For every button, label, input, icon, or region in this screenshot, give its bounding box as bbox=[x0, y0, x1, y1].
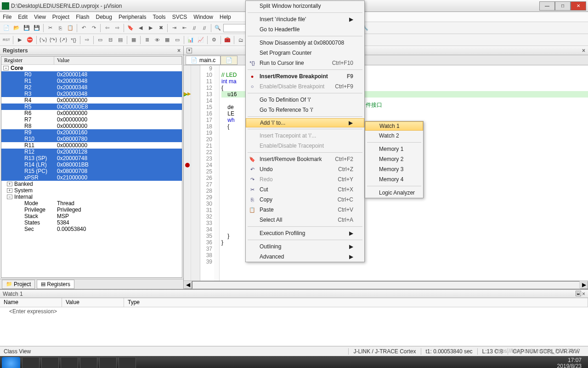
menu-help[interactable]: Help bbox=[220, 14, 231, 20]
breakpoint-gutter[interactable]: ▶▶▶ bbox=[184, 65, 191, 281]
menu-peripherals[interactable]: Peripherals bbox=[119, 14, 147, 20]
bookmark-clear-icon[interactable]: ✖ bbox=[156, 23, 165, 33]
menu-item[interactable]: Outlining▶ bbox=[246, 242, 364, 252]
disasm-window-icon[interactable]: ⊟ bbox=[106, 35, 115, 45]
menu-project[interactable]: Project bbox=[52, 14, 69, 20]
register-row[interactable]: R70x00000000 bbox=[1, 116, 182, 123]
menu-item[interactable]: Set Program Counter bbox=[246, 48, 364, 58]
start-button[interactable] bbox=[2, 357, 20, 368]
register-row[interactable]: R14 (LR)0x080001BB bbox=[1, 161, 182, 168]
maximize-button[interactable]: □ bbox=[555, 1, 571, 11]
tree-expand-icon[interactable]: + bbox=[7, 182, 12, 186]
menu-item[interactable]: Memory 4 bbox=[365, 174, 423, 184]
register-row[interactable]: R100x08000780 bbox=[1, 136, 182, 142]
menu-item[interactable]: Execution Profiling▶ bbox=[246, 228, 364, 238]
menu-item[interactable]: Go To Reference To 'i' bbox=[246, 105, 364, 115]
taskbar-chrome2-icon[interactable] bbox=[61, 357, 78, 368]
menu-item[interactable]: Go to Headerfile bbox=[246, 24, 364, 34]
watch-enter-expression[interactable]: <Enter expression> bbox=[0, 307, 588, 316]
nav-fwd-icon[interactable]: ⇨ bbox=[113, 23, 122, 33]
project-tab[interactable]: 📁 Project bbox=[2, 280, 35, 289]
step-in-icon[interactable]: {↘} bbox=[39, 35, 48, 45]
callstack-window-icon[interactable]: ≣ bbox=[142, 35, 152, 45]
register-row[interactable]: xPSR0x21000000 bbox=[1, 174, 182, 181]
menu-item[interactable]: *{}Run to Cursor lineCtrl+F10 bbox=[246, 58, 364, 68]
comment-icon[interactable]: // bbox=[190, 23, 199, 33]
file-tab-mainc[interactable]: 📄 main.c bbox=[186, 56, 220, 65]
taskbar-chrome-icon[interactable] bbox=[41, 357, 59, 368]
paste-icon[interactable]: 📋 bbox=[66, 23, 75, 33]
step-out-icon[interactable]: {↗} bbox=[59, 35, 68, 45]
halt-icon[interactable]: ⛔ bbox=[25, 35, 34, 45]
save-icon[interactable]: 💾 bbox=[22, 23, 31, 33]
outdent-icon[interactable]: ⇤ bbox=[180, 23, 189, 33]
menu-item[interactable]: Advanced▶ bbox=[246, 252, 364, 262]
bookmark-next-icon[interactable]: ▶ bbox=[146, 23, 155, 33]
minimize-button[interactable]: — bbox=[539, 1, 555, 11]
file-tab-other[interactable]: 📄 bbox=[220, 56, 237, 65]
register-row[interactable]: R30x20000348 bbox=[1, 91, 182, 97]
panel-pin-icon[interactable]: ⬓ bbox=[576, 291, 581, 296]
register-row[interactable]: R40x00000000 bbox=[1, 97, 182, 104]
menu-item[interactable]: 📋PasteCtrl+V bbox=[246, 205, 364, 215]
menu-item[interactable]: ⎘CopyCtrl+C bbox=[246, 195, 364, 205]
breakpoint-icon[interactable] bbox=[185, 163, 190, 167]
menu-window[interactable]: Window bbox=[193, 14, 213, 20]
register-row[interactable]: R20x20000348 bbox=[1, 84, 182, 91]
menu-file[interactable]: File bbox=[3, 14, 11, 20]
register-row[interactable]: R13 (SP)0x20000748 bbox=[1, 155, 182, 161]
register-row[interactable]: R15 (PC)0x08000708 bbox=[1, 168, 182, 174]
register-row[interactable]: R10x20000348 bbox=[1, 78, 182, 84]
update-windows-icon[interactable]: 🗂 bbox=[236, 35, 245, 45]
register-row[interactable]: R90x20000160 bbox=[1, 129, 182, 136]
taskbar-ie-icon[interactable] bbox=[22, 357, 40, 368]
trace-window-icon[interactable]: 📈 bbox=[196, 35, 205, 45]
save-all-icon[interactable]: 💾 bbox=[32, 23, 41, 33]
menu-item[interactable]: Watch 1 bbox=[365, 121, 423, 131]
menu-item[interactable]: ✂CutCtrl+X bbox=[246, 184, 364, 195]
run-icon[interactable]: ▶ bbox=[15, 35, 24, 45]
tree-collapse-icon[interactable]: − bbox=[7, 195, 12, 199]
taskbar-explorer-icon[interactable] bbox=[80, 357, 97, 368]
menu-flash[interactable]: Flash bbox=[76, 14, 89, 20]
close-button[interactable]: ✕ bbox=[571, 1, 586, 11]
nav-back-icon[interactable]: ⇦ bbox=[102, 23, 112, 33]
system-tray[interactable]: 17:07 2019/8/23 bbox=[557, 357, 586, 368]
step-over-icon[interactable]: {↷} bbox=[49, 35, 58, 45]
bookmark-prev-icon[interactable]: ◀ bbox=[136, 23, 145, 33]
panel-close-icon[interactable]: × bbox=[582, 47, 585, 54]
register-row[interactable]: R50x200000E8 bbox=[1, 104, 182, 110]
panel-close-icon[interactable]: × bbox=[582, 291, 585, 297]
menu-item[interactable]: Select AllCtrl+A bbox=[246, 215, 364, 225]
serial-window-icon[interactable]: ▭ bbox=[173, 35, 182, 45]
bookmark-icon[interactable]: 🔖 bbox=[126, 23, 135, 33]
taskbar-wps-icon[interactable] bbox=[99, 357, 117, 368]
register-row[interactable]: R110x00000000 bbox=[1, 142, 182, 149]
tree-expand-icon[interactable]: + bbox=[7, 188, 12, 193]
toolbox-icon[interactable]: 🧰 bbox=[223, 35, 232, 45]
menu-item[interactable]: Memory 1 bbox=[365, 144, 423, 154]
menu-item[interactable]: 🔖Insert/Remove BookmarkCtrl+F2 bbox=[246, 154, 364, 164]
menu-item[interactable]: Insert '#include file'▶ bbox=[246, 14, 364, 24]
menu-item[interactable]: Show Disassembly at 0x08000708 bbox=[246, 38, 364, 48]
menu-debug[interactable]: Debug bbox=[96, 14, 112, 20]
menu-item[interactable]: ●Insert/Remove BreakpointF9 bbox=[246, 71, 364, 81]
copy-icon[interactable]: ⎘ bbox=[56, 23, 65, 33]
register-row[interactable]: R00x20000148 bbox=[1, 71, 182, 78]
show-next-icon[interactable]: ⇨ bbox=[82, 35, 91, 45]
menu-tools[interactable]: Tools bbox=[153, 14, 166, 20]
editor-scrollbar-h[interactable]: ◀▶ bbox=[184, 281, 588, 289]
tree-collapse-icon[interactable]: − bbox=[3, 66, 9, 70]
register-row[interactable]: R120x20000128 bbox=[1, 149, 182, 155]
watch-window-icon[interactable]: 👁 bbox=[153, 35, 162, 45]
symbols-window-icon[interactable]: ▤ bbox=[116, 35, 125, 45]
reset-icon[interactable]: RST bbox=[2, 35, 11, 45]
register-row[interactable]: R80x00000000 bbox=[1, 123, 182, 129]
panel-close-icon[interactable]: × bbox=[177, 47, 181, 54]
registers-window-icon[interactable]: ▦ bbox=[129, 35, 138, 45]
command-window-icon[interactable]: ▭ bbox=[96, 35, 105, 45]
taskbar-uvision-icon[interactable] bbox=[119, 357, 136, 368]
menu-item[interactable]: Go To Definition Of 'i' bbox=[246, 95, 364, 105]
menu-view[interactable]: View bbox=[34, 14, 46, 20]
menu-item[interactable]: ↶UndoCtrl+Z bbox=[246, 164, 364, 174]
